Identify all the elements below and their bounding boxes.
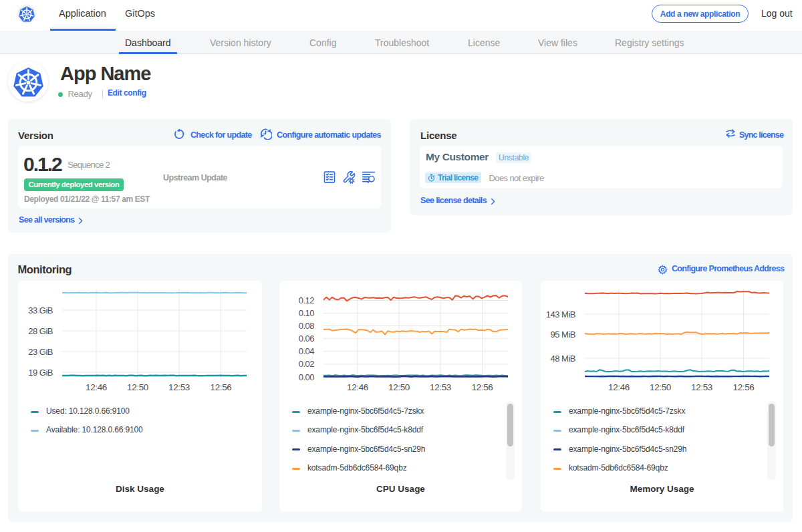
- svg-text:12:46: 12:46: [608, 382, 630, 392]
- svg-text:12:53: 12:53: [430, 382, 451, 392]
- svg-text:12:53: 12:53: [691, 382, 712, 392]
- svg-text:0.02: 0.02: [299, 359, 315, 369]
- svg-text:0.00: 0.00: [299, 372, 315, 382]
- svg-text:23 GiB: 23 GiB: [28, 347, 53, 357]
- svg-text:0.08: 0.08: [299, 321, 315, 331]
- svg-text:12:50: 12:50: [650, 382, 671, 392]
- svg-text:12:50: 12:50: [127, 382, 148, 392]
- svg-text:0.10: 0.10: [299, 308, 315, 318]
- svg-text:12:56: 12:56: [472, 382, 493, 392]
- svg-text:48 MiB: 48 MiB: [551, 354, 575, 364]
- svg-text:12:46: 12:46: [347, 382, 368, 392]
- svg-text:12:56: 12:56: [211, 382, 232, 392]
- svg-text:0.12: 0.12: [299, 295, 315, 305]
- svg-text:143 MiB: 143 MiB: [546, 309, 575, 319]
- svg-text:0.06: 0.06: [299, 334, 315, 344]
- svg-text:12:46: 12:46: [86, 382, 107, 392]
- svg-text:12:53: 12:53: [168, 382, 190, 392]
- svg-text:95 MiB: 95 MiB: [551, 329, 575, 340]
- svg-text:33 GiB: 33 GiB: [28, 305, 53, 315]
- svg-text:28 GiB: 28 GiB: [28, 326, 53, 336]
- svg-text:12:50: 12:50: [388, 382, 410, 392]
- svg-text:0.04: 0.04: [299, 346, 315, 356]
- svg-text:12:56: 12:56: [733, 382, 755, 392]
- svg-text:19 GiB: 19 GiB: [28, 368, 53, 378]
